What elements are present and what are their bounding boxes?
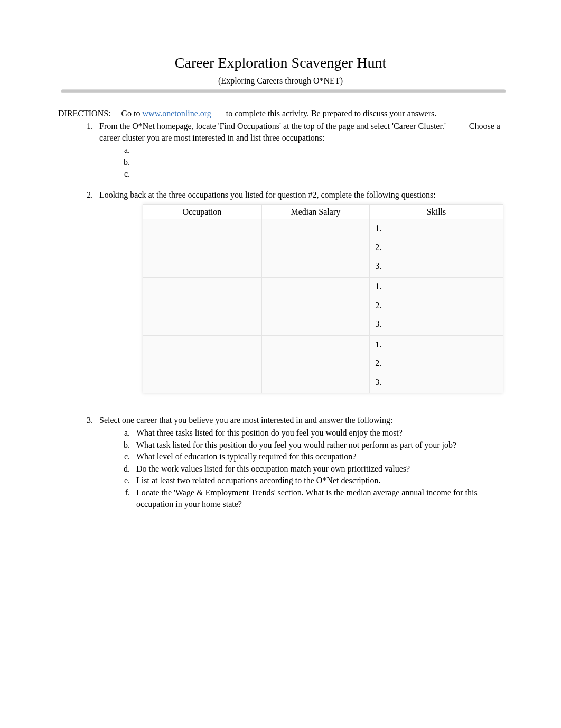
main-question-list: From the O*Net homepage, locate 'Find Oc… (58, 121, 503, 201)
cell-skills-3: 1. 2. 3. (370, 335, 503, 393)
table-row: 1. 2. 3. (143, 335, 503, 393)
q3-item-f: Locate the 'Wage & Employment Trends' se… (132, 487, 503, 510)
table-header-row: Occupation Median Salary Skills (143, 204, 503, 219)
document-subtitle: (Exploring Careers through O*NET) (58, 75, 503, 87)
q3-item-d: Do the work values listed for this occup… (132, 463, 503, 475)
cell-occupation-3 (143, 335, 261, 393)
document-title: Career Exploration Scavenger Hunt (58, 53, 503, 73)
directions-goto: Go to (121, 109, 143, 118)
q3-item-a: What three tasks listed for this positio… (132, 427, 503, 439)
question-2-text: Looking back at the three occupations yo… (99, 190, 436, 199)
skill-label: 1. (375, 223, 498, 234)
cell-occupation-2 (143, 277, 261, 335)
q1-item-a (132, 144, 503, 156)
title-divider (61, 89, 506, 93)
skill-label: 1. (375, 339, 498, 351)
directions-paragraph: DIRECTIONS: Go to www.onetonline.org to … (58, 108, 503, 119)
occupation-table: Occupation Median Salary Skills 1. 2. 3.… (143, 204, 503, 394)
header-median-salary: Median Salary (261, 204, 370, 219)
skill-label: 2. (375, 357, 498, 369)
q3-item-e: List at least two related occupations ac… (132, 475, 503, 486)
skill-label: 3. (375, 260, 498, 272)
header-skills: Skills (370, 204, 503, 219)
cell-occupation-1 (143, 219, 261, 278)
table-row: 1. 2. 3. (143, 219, 503, 278)
main-question-list-cont: Select one career that you believe you a… (58, 414, 503, 510)
occupation-table-wrap: Occupation Median Salary Skills 1. 2. 3.… (127, 204, 503, 394)
table-row: 1. 2. 3. (143, 277, 503, 335)
skill-label: 3. (375, 376, 498, 388)
q3-item-c: What level of education is typically req… (132, 451, 503, 463)
onet-link[interactable]: www.onetonline.org (143, 109, 211, 118)
cell-skills-2: 1. 2. 3. (370, 277, 503, 335)
q1-item-c (132, 168, 503, 180)
cell-salary-2 (261, 277, 370, 335)
cell-salary-1 (261, 219, 370, 278)
cell-skills-1: 1. 2. 3. (370, 219, 503, 278)
skill-label: 1. (375, 281, 498, 292)
skill-label: 2. (375, 242, 498, 253)
directions-label: DIRECTIONS: (58, 109, 111, 118)
cell-salary-3 (261, 335, 370, 393)
header-occupation: Occupation (143, 204, 261, 219)
skill-label: 2. (375, 300, 498, 311)
skill-label: 3. (375, 318, 498, 330)
q1-item-b (132, 156, 503, 168)
question-1: From the O*Net homepage, locate 'Find Oc… (95, 121, 503, 180)
directions-tail: to complete this activity. Be prepared t… (224, 109, 436, 118)
question-3: Select one career that you believe you a… (95, 414, 503, 510)
question-1-text-a: From the O*Net homepage, locate 'Find Oc… (99, 122, 446, 131)
question-3-text: Select one career that you believe you a… (99, 416, 392, 425)
question-2: Looking back at the three occupations yo… (95, 189, 503, 201)
question-3-sublist: What three tasks listed for this positio… (99, 427, 503, 510)
q3-item-b: What task listed for this position do yo… (132, 439, 503, 451)
question-1-sublist (99, 144, 503, 180)
